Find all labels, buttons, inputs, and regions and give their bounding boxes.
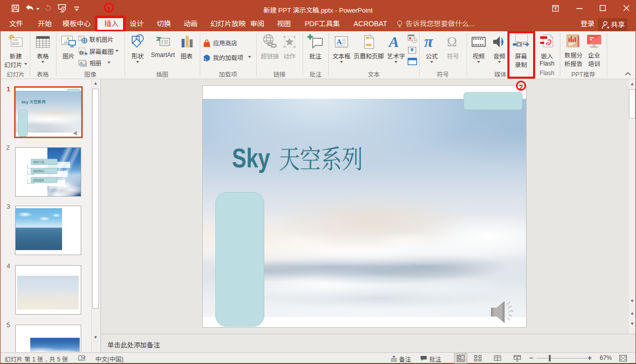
- svg-text:Ω: Ω: [447, 34, 457, 49]
- svg-text:A: A: [388, 34, 399, 50]
- svg-text:π: π: [424, 34, 434, 50]
- svg-text:A: A: [336, 38, 342, 46]
